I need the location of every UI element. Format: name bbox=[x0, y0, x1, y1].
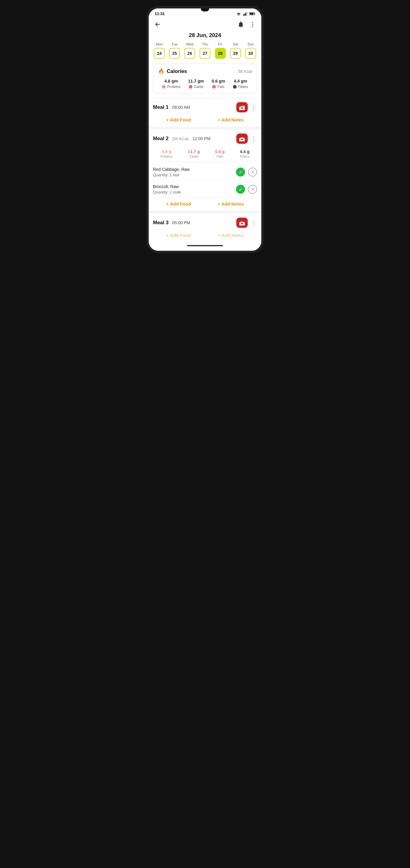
meal-1-time: 09:00 AM bbox=[172, 105, 190, 110]
day-wed[interactable]: Wed 26 bbox=[184, 42, 195, 59]
calories-value: 58 Kcal bbox=[238, 69, 252, 74]
meal-2-macros-row: 4.6 g Proteins 11.7 g Carbs 0.6 g Fats 4… bbox=[153, 147, 257, 162]
meal-1-add-notes-button[interactable]: + Add Notes bbox=[218, 117, 244, 122]
meal-2-macro-fibers: 4.4 g Fibers bbox=[240, 149, 249, 158]
day-tue[interactable]: Tue 25 bbox=[169, 42, 180, 59]
meal-3-add-notes-button[interactable]: + Add Notes bbox=[218, 233, 244, 238]
day-mon[interactable]: Mon 24 bbox=[154, 42, 165, 59]
svg-rect-2 bbox=[245, 13, 246, 16]
battery-icon bbox=[249, 12, 255, 16]
svg-rect-6 bbox=[255, 13, 255, 14]
svg-rect-3 bbox=[246, 12, 247, 16]
divider-2 bbox=[149, 211, 261, 213]
macro-proteins: 4.6 gm Proteins bbox=[162, 79, 180, 89]
meal-3-action-row: + Add Food + Add Notes bbox=[153, 231, 257, 239]
notification-button[interactable] bbox=[237, 21, 244, 28]
divider-1 bbox=[149, 127, 261, 129]
svg-point-9 bbox=[252, 26, 253, 27]
meal-2-macro-fats: 0.6 g Fats bbox=[215, 149, 225, 158]
food-1-confirm-button[interactable]: ✓ bbox=[236, 167, 245, 177]
food-item-red-cabbage: Red Cabbage, Raw Quantity: 1 leaf ✓ ✕ bbox=[153, 163, 257, 181]
bottom-bar bbox=[149, 242, 261, 249]
day-thu[interactable]: Thu 27 bbox=[200, 42, 210, 59]
date-header: 28 Jun, 2024 bbox=[149, 30, 261, 42]
svg-rect-0 bbox=[243, 14, 244, 16]
meal-1-title: Meal 1 bbox=[153, 104, 169, 110]
meal-2-macro-carbs: 11.7 g Carbs bbox=[188, 149, 200, 158]
phone-frame: 11:31 28 Jun, 2024 Mon 24 bbox=[146, 6, 264, 253]
meal-2-more-button[interactable]: ⋮ bbox=[251, 135, 257, 142]
meal-1-action-row: + Add Food + Add Notes bbox=[153, 116, 257, 124]
more-options-button[interactable] bbox=[249, 21, 256, 28]
meal-1-section: Meal 1 09:00 AM + ⋮ + Add Food + Add Not… bbox=[153, 98, 257, 127]
meal-2-kcal: (58 KCal) bbox=[172, 136, 189, 141]
meal-3-title: Meal 3 bbox=[153, 220, 169, 226]
calories-card: 🔥 Calories 58 Kcal 4.6 gm Proteins 11.7 … bbox=[153, 64, 257, 93]
food-2-confirm-button[interactable]: ✓ bbox=[236, 185, 245, 194]
status-time: 11:31 bbox=[155, 11, 165, 16]
meal-3-camera-button[interactable] bbox=[236, 218, 248, 228]
day-sat[interactable]: Sat 29 bbox=[230, 42, 241, 59]
meal-2-add-notes-button[interactable]: + Add Notes bbox=[218, 201, 244, 207]
food-1-remove-button[interactable]: ✕ bbox=[248, 167, 257, 177]
meal-2-camera-button[interactable] bbox=[236, 133, 248, 144]
back-button[interactable] bbox=[154, 21, 161, 28]
calories-title: 🔥 Calories bbox=[158, 68, 187, 74]
day-sun[interactable]: Sun 30 bbox=[245, 42, 256, 59]
signal-icon bbox=[243, 12, 248, 16]
meal-2-header: Meal 2 (58 KCal) 12:00 PM ⋮ bbox=[153, 133, 257, 144]
macro-fibers: 4.4 gm Fibers bbox=[233, 79, 248, 89]
macro-carbs: 11.7 gm Carbs bbox=[188, 79, 204, 89]
wifi-icon bbox=[236, 12, 241, 16]
top-bar bbox=[149, 18, 261, 30]
svg-point-7 bbox=[252, 22, 253, 23]
meal-1-more-button[interactable]: ⋮ bbox=[251, 104, 257, 111]
week-strip: Mon 24 Tue 25 Wed 26 Thu 27 Fri 28 Sat 2… bbox=[149, 42, 261, 64]
meal-2-section: Meal 2 (58 KCal) 12:00 PM ⋮ 4.6 g Protei… bbox=[153, 129, 257, 211]
meal-3-add-food-button[interactable]: + Add Food bbox=[166, 233, 191, 238]
svg-rect-1 bbox=[244, 13, 245, 16]
macro-fats: 0.6 gm Fats bbox=[212, 79, 225, 89]
fibers-dot bbox=[233, 85, 237, 89]
svg-text:+: + bbox=[243, 106, 244, 107]
meal-2-time: 12:00 PM bbox=[192, 136, 210, 141]
food-2-remove-button[interactable]: ✕ bbox=[248, 185, 257, 194]
meal-2-macro-proteins: 4.6 g Proteins bbox=[161, 149, 172, 158]
meal-1-camera-button[interactable]: + bbox=[236, 102, 248, 113]
macros-row: 4.6 gm Proteins 11.7 gm Carbs 0.6 gm Fat… bbox=[158, 79, 252, 89]
svg-rect-5 bbox=[250, 13, 254, 15]
meal-2-title: Meal 2 bbox=[153, 135, 169, 142]
meal-2-add-food-button[interactable]: + Add Food bbox=[166, 201, 191, 207]
svg-point-8 bbox=[252, 24, 253, 25]
carbs-dot bbox=[189, 85, 192, 89]
food-item-broccoli: Broccoli, Raw Quantity: 1 stalk ✓ ✕ bbox=[153, 181, 257, 198]
fats-dot bbox=[212, 85, 216, 89]
meal-1-header: Meal 1 09:00 AM + ⋮ bbox=[153, 102, 257, 113]
proteins-dot bbox=[162, 85, 166, 89]
day-fri[interactable]: Fri 28 bbox=[215, 42, 226, 59]
fire-icon: 🔥 bbox=[158, 68, 164, 74]
meal-2-action-row: + Add Food + Add Notes bbox=[153, 198, 257, 208]
meal-3-section: Meal 3 05:00 PM ⋮ + Add Food + Add Notes bbox=[153, 213, 257, 242]
meal-3-time: 05:00 PM bbox=[172, 220, 190, 225]
meal-1-add-food-button[interactable]: + Add Food bbox=[166, 117, 191, 122]
home-indicator bbox=[187, 245, 223, 246]
meal-3-more-button[interactable]: ⋮ bbox=[251, 219, 257, 226]
meal-3-header: Meal 3 05:00 PM ⋮ bbox=[153, 218, 257, 228]
